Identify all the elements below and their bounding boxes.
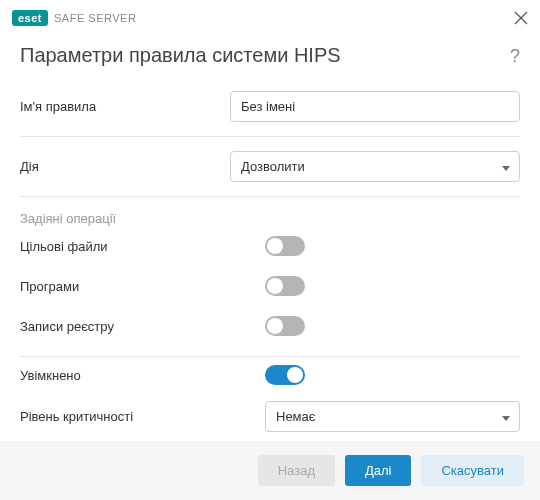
- content: Ім'я правила Дія Дозволити Задіяні опера…: [0, 81, 540, 482]
- next-button[interactable]: Далі: [345, 455, 412, 486]
- row-enabled: Увімкнено: [20, 361, 520, 401]
- target-files-toggle[interactable]: [265, 236, 305, 256]
- help-icon[interactable]: ?: [510, 44, 520, 67]
- operations-section-label: Задіяні операції: [20, 201, 520, 232]
- row-registry: Записи реєстру: [20, 312, 520, 352]
- row-programs: Програми: [20, 272, 520, 312]
- footer: Назад Далі Скасувати: [0, 441, 540, 500]
- product-name: SAFE SERVER: [54, 12, 136, 24]
- programs-label: Програми: [20, 279, 265, 294]
- target-files-label: Цільові файли: [20, 239, 265, 254]
- enabled-toggle[interactable]: [265, 365, 305, 385]
- rule-name-label: Ім'я правила: [20, 99, 230, 114]
- divider: [20, 136, 520, 137]
- action-select[interactable]: Дозволити: [230, 151, 520, 182]
- row-rule-name: Ім'я правила: [20, 81, 520, 132]
- registry-toggle[interactable]: [265, 316, 305, 336]
- severity-label: Рівень критичності: [20, 409, 265, 424]
- row-action: Дія Дозволити: [20, 141, 520, 192]
- cancel-button[interactable]: Скасувати: [421, 455, 524, 486]
- close-icon[interactable]: [514, 11, 528, 25]
- row-severity: Рівень критичності Немає: [20, 401, 520, 442]
- action-label: Дія: [20, 159, 230, 174]
- programs-toggle[interactable]: [265, 276, 305, 296]
- page-title: Параметри правила системи HIPS: [20, 44, 341, 67]
- back-button: Назад: [258, 455, 335, 486]
- registry-label: Записи реєстру: [20, 319, 265, 334]
- row-target-files: Цільові файли: [20, 232, 520, 272]
- titlebar: eset SAFE SERVER: [0, 0, 540, 34]
- divider: [20, 356, 520, 357]
- header: Параметри правила системи HIPS ?: [0, 34, 540, 81]
- brand-badge: eset: [12, 10, 48, 26]
- rule-name-input[interactable]: [230, 91, 520, 122]
- enabled-label: Увімкнено: [20, 368, 265, 383]
- divider: [20, 196, 520, 197]
- severity-select[interactable]: Немає: [265, 401, 520, 432]
